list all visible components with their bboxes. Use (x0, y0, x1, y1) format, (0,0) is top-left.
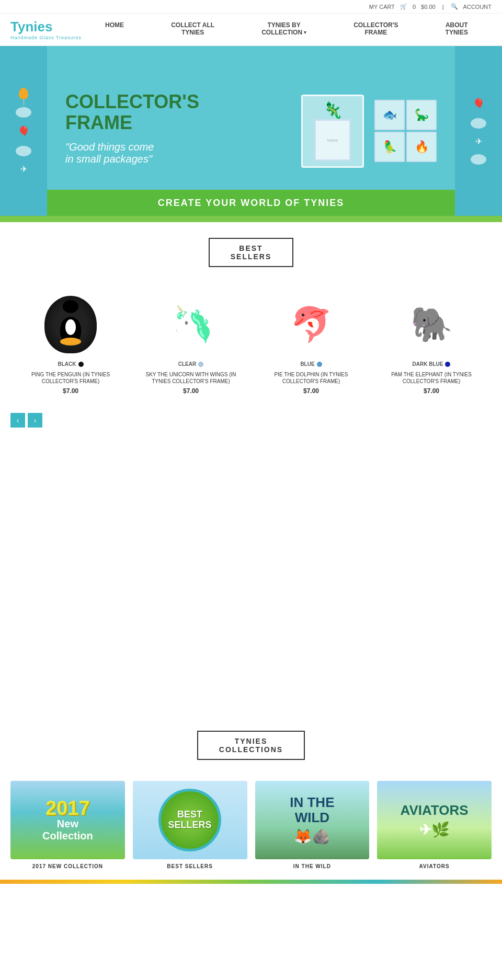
collection-word: Collection (42, 830, 93, 842)
product-image-3: 🐬 (256, 293, 366, 356)
balloon-1 (19, 88, 28, 99)
green-ground (0, 216, 502, 222)
hero-content: COLLECTOR'SFRAME "Good things comein sma… (55, 81, 447, 180)
header: Tynies Handmade Glass Treasures HOME COL… (0, 14, 502, 46)
product-price-1: $7.00 (16, 387, 126, 395)
collection-bs-text: BESTSELLERS (168, 810, 212, 831)
product-card-4[interactable]: 🐘 DARK BLUE PAM THE ELEPHANT (IN TYNIES … (371, 288, 492, 400)
hero-subtitle: CREATE YOUR WORLD OF TYNIES (158, 198, 344, 209)
cloud-1 (16, 107, 31, 118)
best-sellers-heading: BEST SELLERS (0, 222, 502, 278)
hero-bottom-strip: CREATE YOUR WORLD OF TYNIES (47, 190, 455, 216)
hero-right-decor: 🎈 ✈ (455, 46, 502, 216)
collections-heading-line2: COLLECTIONS (219, 745, 283, 754)
top-bar: MY CART 🛒 0 $0.00 | 🔍 ACCOUNT (0, 0, 502, 14)
collections-grid: 2017 New Collection 2017 NEW COLLECTION … (10, 781, 492, 869)
product-name-4: PAM THE ELEPHANT (IN TYNIES COLLECTOR'S … (376, 371, 486, 385)
nav-about[interactable]: ABOUT TYNIES (440, 21, 473, 36)
collection-label-aviators: AVIATORS (377, 863, 492, 869)
cart-icon: 🛒 (400, 3, 407, 10)
product-price-4: $7.00 (376, 387, 486, 395)
cloud-2 (16, 146, 31, 156)
best-sellers-line1: BEST (231, 244, 272, 252)
hero-left-decor: 🎈 ✈ (0, 46, 47, 216)
product-price-2: $7.00 (136, 387, 246, 395)
collection-label-wild: IN THE WILD (255, 863, 370, 869)
product-name-3: PIE THE DOLPHIN (IN TYNIES COLLECTOR'S F… (256, 371, 366, 385)
cart-total: $0.00 (421, 4, 436, 10)
carousel-prev-button[interactable]: ‹ (10, 413, 25, 428)
color-dot-4 (445, 362, 450, 367)
product-image-2: 🦄 (136, 293, 246, 356)
logo-tagline: Handmade Glass Treasures (10, 35, 82, 40)
color-label-2: CLEAR (178, 361, 196, 367)
nav-collect-all[interactable]: COLLECT ALL TYNIES (166, 21, 220, 36)
collection-card-aviators[interactable]: AVIATORS ✈🌿 AVIATORS (377, 781, 492, 869)
logo-area: Tynies Handmade Glass Treasures (10, 19, 82, 40)
collection-image-bestsellers: BESTSELLERS (133, 781, 247, 859)
account-label[interactable]: ACCOUNT (463, 4, 492, 10)
color-dot-3 (317, 362, 322, 367)
color-label-3: BLUE (300, 361, 314, 367)
product-image-1 (16, 293, 126, 356)
collection-new: New (57, 818, 78, 830)
product-name-2: SKY THE UNICORN WITH WINGS (IN TYNIES CO… (136, 371, 246, 385)
cart-count: 0 (413, 4, 416, 10)
hero-title: COLLECTOR'SFRAME (65, 91, 301, 133)
products-row: BLACK PING THE PENGUIN (IN TYNIES COLLEC… (0, 278, 502, 410)
collections-section: TYNIES COLLECTIONS 2017 New Collection 2… (0, 699, 502, 880)
hero-banner: 🎈 ✈ 🎈 ✈ COLLECTOR'SFRAME "Good things co… (0, 46, 502, 216)
frame-grid-wrap: 🐟 🦕 🦜 🔥 (374, 100, 437, 162)
collection-aviators-text: AVIATORS (401, 802, 469, 818)
color-dot-2 (198, 362, 203, 367)
color-dot-row-3: BLUE (256, 361, 366, 367)
hero-quote: "Good things comein small packages" (65, 141, 301, 165)
cart-area[interactable]: MY CART 🛒 0 $0.00 | 🔍 ACCOUNT (369, 3, 492, 10)
product-card-3[interactable]: 🐬 BLUE PIE THE DOLPHIN (IN TYNIES COLLEC… (251, 288, 371, 400)
color-dot-row-4: DARK BLUE (376, 361, 486, 367)
cloud-3 (471, 118, 486, 129)
collection-card-wild[interactable]: IN THEWILD 🦊🪨 IN THE WILD (255, 781, 370, 869)
product-price-3: $7.00 (256, 387, 366, 395)
color-dot-row-1: BLACK (16, 361, 126, 367)
collections-heading: TYNIES COLLECTIONS (10, 715, 492, 770)
cart-label: MY CART (369, 4, 395, 10)
logo-name[interactable]: Tynies (10, 19, 82, 35)
hero-images: 🦎 frame 🐟 🦕 🦜 🔥 (301, 95, 437, 168)
collection-year: 2017 (45, 798, 90, 818)
color-dot-row-2: CLEAR (136, 361, 246, 367)
nav-collectors[interactable]: COLLECTOR'S FRAME (348, 21, 403, 36)
cloud-4 (471, 154, 486, 165)
carousel-next-button[interactable]: › (28, 413, 42, 428)
collections-heading-box: TYNIES COLLECTIONS (197, 731, 305, 760)
color-dot-1 (78, 362, 84, 367)
dropdown-arrow: ▾ (304, 30, 306, 35)
best-sellers-line2: SELLERS (231, 252, 272, 261)
collection-label-2017: 2017 NEW COLLECTION (10, 863, 125, 869)
collections-heading-line1: TYNIES (219, 737, 283, 745)
collection-image-2017: 2017 New Collection (10, 781, 125, 859)
collection-image-wild: IN THEWILD 🦊🪨 (255, 781, 370, 859)
color-label-1: BLACK (58, 361, 76, 367)
product-card-1[interactable]: BLACK PING THE PENGUIN (IN TYNIES COLLEC… (10, 288, 131, 400)
collection-image-aviators: AVIATORS ✈🌿 (377, 781, 492, 859)
bottom-strip (0, 880, 502, 884)
hero-text: COLLECTOR'SFRAME "Good things comein sma… (65, 91, 301, 170)
frame-single: 🦎 frame (301, 95, 364, 168)
main-nav: HOME COLLECT ALL TYNIES TYNIES BY COLLEC… (82, 19, 492, 36)
search-icon[interactable]: 🔍 (451, 3, 458, 10)
best-sellers-box: BEST SELLERS (209, 238, 294, 267)
product-card-2[interactable]: 🦄 CLEAR SKY THE UNICORN WITH WINGS (IN T… (131, 288, 251, 400)
nav-home[interactable]: HOME (100, 21, 129, 29)
product-name-1: PING THE PENGUIN (IN TYNIES COLLECTOR'S … (16, 371, 126, 385)
spacer-section (0, 438, 502, 699)
product-image-4: 🐘 (376, 293, 486, 356)
collection-label-bestsellers: BEST SELLERS (133, 863, 247, 869)
collection-wild-text: IN THEWILD (290, 795, 334, 825)
color-label-4: DARK BLUE (413, 361, 443, 367)
collection-card-bestsellers[interactable]: BESTSELLERS BEST SELLERS (133, 781, 247, 869)
collection-card-2017[interactable]: 2017 New Collection 2017 NEW COLLECTION (10, 781, 125, 869)
nav-tynies-by[interactable]: TYNIES BY COLLECTION ▾ (256, 21, 312, 36)
carousel-nav: ‹ › (0, 410, 502, 438)
